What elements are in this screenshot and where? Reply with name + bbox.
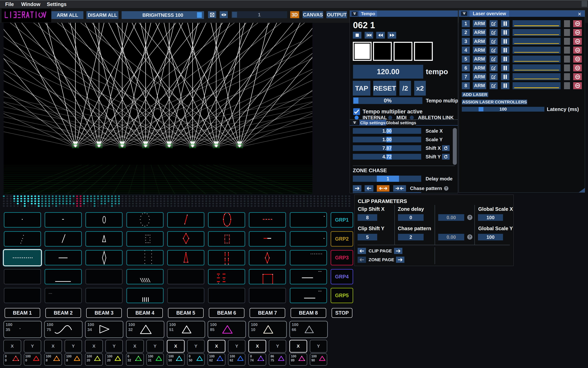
svg-text:1: 1 xyxy=(75,139,76,142)
svg-text:7: 7 xyxy=(215,139,217,142)
svg-text:6: 6 xyxy=(192,139,193,142)
svg-text:2: 2 xyxy=(98,139,100,142)
svg-text:5: 5 xyxy=(168,139,170,142)
svg-text:4: 4 xyxy=(145,139,147,142)
svg-text:8: 8 xyxy=(239,139,240,142)
svg-text:3: 3 xyxy=(121,139,123,142)
